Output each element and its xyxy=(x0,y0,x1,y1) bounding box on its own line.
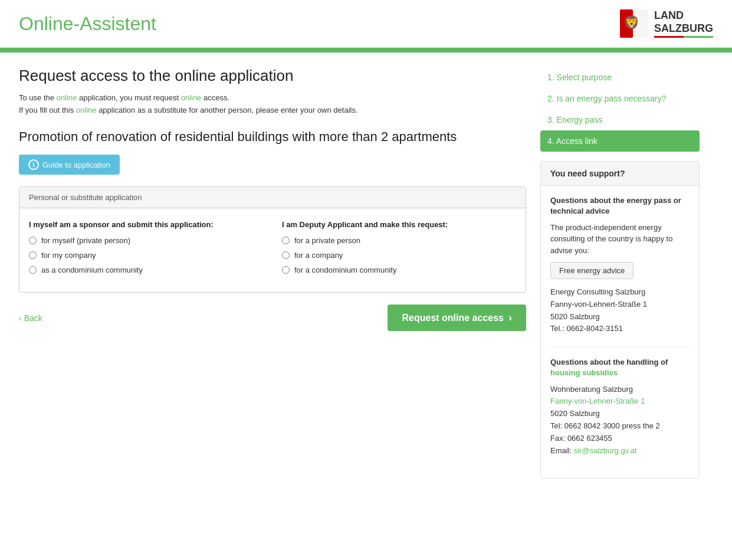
request-access-button[interactable]: Request online access › xyxy=(388,304,526,331)
radio-a-company[interactable]: for a company xyxy=(282,251,516,260)
radio-myself-input[interactable] xyxy=(29,237,37,244)
radio-private-label: for a private person xyxy=(294,236,360,245)
logo-underline xyxy=(654,36,713,38)
support-body: Questions about the energy pass or techn… xyxy=(541,186,699,478)
back-chevron-icon: ‹ xyxy=(19,313,22,323)
coat-of-arms-icon: 🦁 xyxy=(620,9,648,38)
address-street-1: Fanny-von-Lehnert-Straße 1 xyxy=(550,299,690,311)
free-advice-label: Free energy advice xyxy=(559,266,625,275)
back-label: Back xyxy=(24,313,42,323)
radio-a-company-input[interactable] xyxy=(282,251,290,259)
support-title-2: Questions about the handling of housing … xyxy=(550,357,690,378)
online-link-1[interactable]: online xyxy=(57,93,77,102)
radio-condo-input[interactable] xyxy=(29,266,37,274)
street-link[interactable]: Fanny-von-Lehner-Straße 1 xyxy=(550,397,645,405)
email-link[interactable]: sir@salzburg.gv.at xyxy=(574,446,637,455)
support-address-1: Energy Consulting Salzburg Fanny-von-Leh… xyxy=(550,286,690,335)
guide-button[interactable]: i Guide to application xyxy=(19,155,120,175)
info-icon: i xyxy=(28,159,39,170)
sidebar-step-1[interactable]: 1. Select purpose xyxy=(540,67,700,88)
support-title-1: Questions about the energy pass or techn… xyxy=(550,195,690,217)
page-subtitle: To use the online application, you must … xyxy=(19,92,526,117)
form-column-self: I myself am a sponsor and submit this ap… xyxy=(29,220,263,280)
address-email-2: Email: sir@salzburg.gv.at xyxy=(550,445,690,457)
radio-company-label: for my company xyxy=(41,251,96,260)
address-tel-2: Tel: 0662 8042 3000 press the 2 xyxy=(550,420,690,433)
step-1-label: Select purpose xyxy=(557,73,612,82)
housing-link[interactable]: housing subsidies xyxy=(550,368,618,377)
address-org-1: Energy Consulting Salzburg xyxy=(550,286,690,299)
step-4-number: 4. xyxy=(547,136,556,146)
sidebar-steps: 1. Select purpose 2. Is an energy pass n… xyxy=(540,67,700,152)
sidebar-step-3[interactable]: 3. Energy pass xyxy=(540,109,700,130)
form-box: Personal or substitute application I mys… xyxy=(19,186,526,293)
radio-condo[interactable]: as a condominium community xyxy=(29,266,263,274)
green-bar xyxy=(0,48,732,53)
support-address-2: Wohnberatung Salzburg Fanny-von-Lehner-S… xyxy=(550,384,690,457)
support-box: You need support? Questions about the en… xyxy=(540,161,700,479)
form-box-header: Personal or substitute application xyxy=(19,187,526,208)
logo-line2: SALZBURG xyxy=(654,22,713,35)
radio-condo-label: as a condominium community xyxy=(41,266,143,274)
section-divider xyxy=(550,347,690,348)
column2-title: I am Deputy Applicant and make this requ… xyxy=(282,220,516,229)
guide-button-label: Guide to application xyxy=(42,161,110,169)
online-link-2[interactable]: online xyxy=(181,93,202,102)
radio-private-person[interactable]: for a private person xyxy=(282,236,516,245)
form-box-body: I myself am a sponsor and submit this ap… xyxy=(19,208,526,292)
support-section-energy: Questions about the energy pass or techn… xyxy=(550,195,690,335)
radio-private-input[interactable] xyxy=(282,237,290,244)
radio-condo-community-label: for a condominium community xyxy=(294,266,396,274)
address-fax-2: Fax: 0662 623455 xyxy=(550,433,690,445)
logo-area: 🦁 LAND SALZBURG xyxy=(620,9,713,38)
request-button-label: Request online access xyxy=(402,313,504,323)
support-title-1-text: Questions about the energy pass or techn… xyxy=(550,196,681,215)
sidebar-step-4[interactable]: 4. Access link xyxy=(540,130,700,152)
logo-line1: LAND xyxy=(654,9,713,22)
radio-condo-community[interactable]: for a condominium community xyxy=(282,266,516,274)
sidebar: 1. Select purpose 2. Is an energy pass n… xyxy=(540,67,700,479)
email-link-text: sir@salzburg.gv.at xyxy=(574,446,637,455)
support-body-text-1: The product-independent energy consultin… xyxy=(550,222,690,257)
site-title: Online-Assistent xyxy=(19,13,156,35)
subtitle-line1: To use the online application, you must … xyxy=(19,93,229,102)
radio-myself-label: for myself (private person) xyxy=(41,236,130,245)
street-link-text: Fanny-von-Lehner-Straße 1 xyxy=(550,397,645,405)
logo-text-block: LAND SALZBURG xyxy=(654,9,713,38)
step-2-number: 2. xyxy=(547,94,557,103)
section-title: Promotion of renovation of residential b… xyxy=(19,129,526,146)
back-link[interactable]: ‹ Back xyxy=(19,313,42,323)
step-4-label: Access link xyxy=(556,136,598,146)
nav-buttons: ‹ Back Request online access › xyxy=(19,304,526,331)
address-city-1: 5020 Salzburg xyxy=(550,311,690,323)
address-street-2: Fanny-von-Lehner-Straße 1 xyxy=(550,395,690,408)
arrow-icon: › xyxy=(508,312,512,324)
content-area: Request access to the online application… xyxy=(19,67,526,479)
step-3-number: 3. xyxy=(547,115,557,125)
svg-text:🦁: 🦁 xyxy=(623,15,640,31)
page-header: Online-Assistent 🦁 LAND SALZBURG xyxy=(0,0,732,48)
main-container: Request access to the online application… xyxy=(0,53,732,493)
subtitle-line2: If you fill out this online application … xyxy=(19,106,358,114)
address-city-2: 5020 Salzburg xyxy=(550,408,690,420)
online-link-3[interactable]: online xyxy=(76,106,97,114)
step-1-number: 1. xyxy=(547,73,557,82)
address-tel-1: Tel.: 0662-8042-3151 xyxy=(550,323,690,335)
radio-condo-community-input[interactable] xyxy=(282,266,290,274)
radio-myself[interactable]: for myself (private person) xyxy=(29,236,263,245)
address-org-2: Wohnberatung Salzburg xyxy=(550,384,690,396)
email-label: Email: xyxy=(550,446,574,455)
free-advice-button[interactable]: Free energy advice xyxy=(550,262,633,279)
radio-company-input[interactable] xyxy=(29,251,37,259)
step-2-label: Is an energy pass necessary? xyxy=(557,94,667,103)
support-section-housing: Questions about the handling of housing … xyxy=(550,357,690,457)
step-3-label: Energy pass xyxy=(557,115,603,125)
sidebar-step-2[interactable]: 2. Is an energy pass necessary? xyxy=(540,88,700,109)
radio-a-company-label: for a company xyxy=(294,251,343,260)
radio-company[interactable]: for my company xyxy=(29,251,263,260)
page-title: Request access to the online application xyxy=(19,67,526,85)
support-header: You need support? xyxy=(541,162,699,186)
column1-title: I myself am a sponsor and submit this ap… xyxy=(29,220,263,229)
form-column-deputy: I am Deputy Applicant and make this requ… xyxy=(282,220,516,280)
